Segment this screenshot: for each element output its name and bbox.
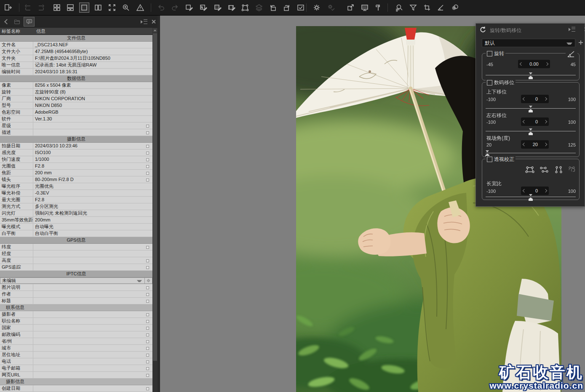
perspective-reset-icon[interactable]	[566, 165, 577, 174]
settings-gear-icon[interactable]	[312, 3, 321, 12]
panel-menu-icon[interactable]	[139, 17, 149, 26]
slider-thumb[interactable]	[529, 76, 533, 79]
add-preset-button[interactable]	[578, 40, 584, 45]
color-sphere-icon[interactable]	[450, 3, 459, 12]
share-export-icon[interactable]	[346, 3, 355, 12]
slideshow-monitor-icon[interactable]	[360, 3, 369, 12]
row-value[interactable]: ISO100	[33, 149, 152, 156]
filter-funnel-icon[interactable]	[409, 3, 418, 12]
spinner-decrement-icon[interactable]	[518, 60, 523, 68]
aspect-spinner[interactable]: 0	[521, 187, 549, 195]
spinner-decrement-icon[interactable]	[521, 187, 526, 195]
preset-dropdown[interactable]: 默认	[482, 39, 575, 47]
rotate-slider[interactable]	[486, 74, 576, 80]
edit-marker-icon[interactable]	[146, 259, 149, 262]
slider-thumb[interactable]	[529, 197, 533, 201]
warning-display-icon[interactable]	[136, 3, 145, 12]
edit-marker-icon[interactable]	[146, 165, 149, 168]
edit-marker-icon[interactable]	[146, 367, 149, 370]
panel-titlebar[interactable]: 旋转/数码移位	[476, 24, 585, 35]
edit-marker-icon[interactable]	[146, 293, 149, 296]
export-image-icon[interactable]	[3, 3, 13, 12]
transform-points-icon[interactable]	[240, 3, 250, 12]
tone-edit-icon[interactable]	[199, 3, 208, 12]
edit-marker-icon[interactable]	[146, 327, 149, 330]
row-value[interactable]	[33, 385, 152, 392]
edit-marker-icon[interactable]	[146, 387, 149, 390]
row-value[interactable]	[33, 352, 152, 358]
edit-marker-icon[interactable]	[146, 374, 149, 377]
edit-marker-icon[interactable]	[146, 360, 149, 363]
rotate-right-icon[interactable]	[282, 3, 291, 12]
perspective-checkbox[interactable]	[487, 157, 492, 162]
row-value[interactable]: 2024/03/10 10:23:46	[33, 143, 152, 149]
gear-icon[interactable]	[145, 277, 152, 284]
row-value[interactable]	[33, 338, 152, 344]
fov-spinner[interactable]: 20	[521, 140, 549, 149]
vshift-spinner[interactable]: 0	[521, 95, 549, 103]
dropdown-box[interactable]: 未编辑	[0, 277, 145, 284]
batch-process-gear-icon[interactable]	[326, 3, 336, 12]
row-value[interactable]	[33, 129, 152, 136]
previous-image-icon[interactable]	[23, 3, 32, 12]
edit-marker-icon[interactable]	[146, 125, 149, 128]
row-value[interactable]	[33, 311, 152, 317]
spinner-increment-icon[interactable]	[544, 187, 549, 195]
edit-marker-icon[interactable]	[146, 152, 149, 155]
scrollbar-thumb[interactable]	[153, 33, 157, 361]
single-image-view-icon[interactable]	[80, 3, 89, 12]
spinner-decrement-icon[interactable]	[521, 117, 526, 126]
perspective-horizontal-icon[interactable]	[539, 165, 550, 174]
perspective-quad-icon[interactable]	[524, 165, 535, 174]
row-value[interactable]: 1/1000	[33, 156, 152, 163]
collapse-panel-icon[interactable]	[2, 17, 12, 26]
row-value[interactable]	[33, 298, 152, 304]
zoom-tool-icon[interactable]	[121, 3, 131, 12]
row-value[interactable]: F2.8	[33, 163, 152, 169]
row-value[interactable]	[33, 365, 152, 371]
compare-view-icon[interactable]	[93, 3, 103, 12]
spinner-increment-icon[interactable]	[545, 60, 550, 68]
rotate-spinner[interactable]: 0.00	[518, 60, 550, 68]
panel-menu-icon[interactable]	[569, 27, 575, 32]
search-options-icon[interactable]	[395, 3, 404, 12]
spinner-increment-icon[interactable]	[544, 95, 549, 103]
thumbnail-list-view-icon[interactable]	[66, 3, 75, 12]
row-value[interactable]	[33, 244, 152, 250]
spinner-decrement-icon[interactable]	[521, 95, 526, 103]
spinner-increment-icon[interactable]	[544, 140, 549, 149]
edit-marker-icon[interactable]	[146, 172, 149, 175]
redo-icon[interactable]	[170, 3, 179, 12]
iptc-preset-dropdown[interactable]: 未编辑	[0, 277, 152, 284]
edit-marker-icon[interactable]	[146, 266, 149, 269]
folder-tab-icon[interactable]	[12, 17, 22, 26]
slider-thumb[interactable]	[529, 109, 533, 112]
spinner-increment-icon[interactable]	[544, 117, 549, 126]
edit-marker-icon[interactable]	[146, 286, 149, 289]
row-value[interactable]	[33, 257, 152, 264]
row-value[interactable]	[33, 291, 152, 297]
row-value[interactable]	[33, 325, 152, 331]
picture-control-edit-icon[interactable]	[184, 3, 194, 12]
row-value[interactable]	[33, 331, 152, 338]
row-value[interactable]	[33, 264, 152, 270]
crop-tool-icon[interactable]	[422, 3, 432, 12]
edit-marker-icon[interactable]	[146, 131, 149, 134]
edit-marker-icon[interactable]	[146, 354, 149, 357]
spinner-decrement-icon[interactable]	[521, 140, 526, 149]
checkmark-label-icon[interactable]	[296, 3, 305, 12]
scroll-up-arrow-icon[interactable]	[153, 28, 157, 32]
edit-marker-icon[interactable]	[146, 347, 149, 350]
digital-shift-checkbox[interactable]	[487, 80, 492, 85]
edit-marker-icon[interactable]	[146, 300, 149, 303]
row-value[interactable]	[33, 123, 152, 129]
close-panel-icon[interactable]	[148, 17, 158, 26]
straighten-tool-icon[interactable]	[566, 50, 577, 59]
tools-hammer-icon[interactable]	[374, 3, 383, 12]
aspect-slider[interactable]	[486, 195, 576, 201]
edit-marker-icon[interactable]	[146, 246, 149, 249]
layers-icon[interactable]	[254, 3, 264, 12]
edit-marker-icon[interactable]	[146, 320, 149, 323]
thumbnail-grid-view-icon[interactable]	[52, 3, 61, 12]
rotate-left-icon[interactable]	[268, 3, 278, 12]
